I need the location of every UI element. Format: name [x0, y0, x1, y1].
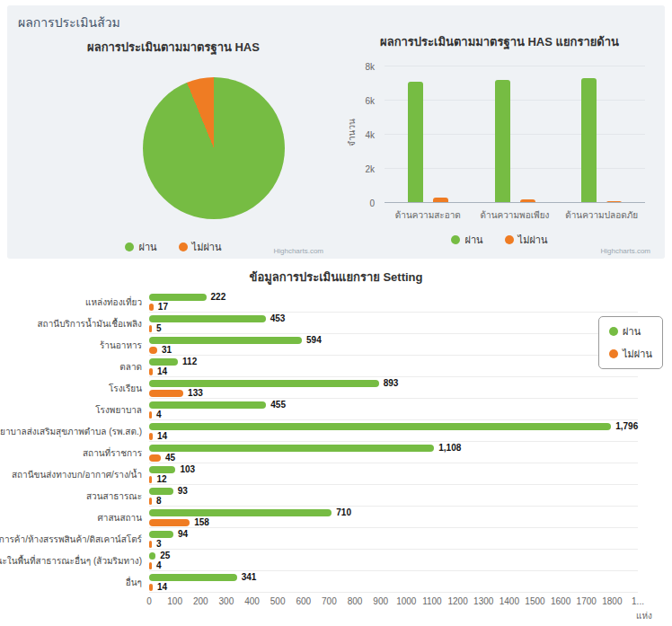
- bar-fail[interactable]: [149, 476, 152, 483]
- bar-fail[interactable]: [149, 411, 152, 419]
- column-group: [488, 66, 542, 203]
- bar-pass[interactable]: [149, 294, 207, 301]
- legend-item-pass[interactable]: ผ่าน: [125, 239, 156, 255]
- category-bars: 254: [149, 550, 638, 571]
- category-bars: 1,10845: [149, 442, 638, 463]
- bar-value-label: 455: [270, 401, 286, 410]
- bar-value-label: 8: [156, 497, 162, 506]
- category-bars: 4535: [149, 313, 638, 334]
- settings-chart: ข้อมูลการประเมินแยกราย Setting ผ่าน ไม่ผ…: [7, 268, 665, 623]
- column-group: [401, 66, 455, 203]
- bar-value-label: 14: [157, 432, 167, 441]
- y-axis-tick-label: 6k: [365, 96, 375, 106]
- legend-item-fail[interactable]: ไม่ผ่าน: [609, 346, 652, 362]
- bar-fail[interactable]: [149, 562, 152, 569]
- pass-bar-line: 1,108: [149, 443, 638, 453]
- category-row: แหล่งท่องเที่ยว22217: [7, 291, 665, 313]
- x-axis-tick-label: 1600: [551, 596, 570, 606]
- highcharts-credit-link[interactable]: Highcharts.com: [273, 247, 323, 255]
- bar-pass[interactable]: [149, 315, 266, 322]
- bar-pass[interactable]: [149, 574, 237, 581]
- column-bar-pass[interactable]: [495, 80, 510, 203]
- bar-value-label: 341: [242, 573, 257, 582]
- x-axis-tick-label: 1300: [473, 596, 493, 606]
- pie-chart-card: ผลการประเมินตามมาตรฐาน HAS ผ่าน ไม่ผ่าน …: [16, 31, 331, 257]
- bar-pass[interactable]: [149, 337, 302, 344]
- bar-fail[interactable]: [149, 519, 190, 526]
- bar-fail[interactable]: [149, 368, 153, 375]
- fail-bar-line: 17: [149, 302, 638, 312]
- bar-value-label: 45: [165, 454, 175, 463]
- bar-value-label: 4: [156, 410, 162, 419]
- pass-bar-line: 710: [149, 507, 638, 517]
- x-axis-tick-label: 1400: [500, 596, 519, 606]
- bar-value-label: 112: [182, 357, 197, 366]
- pie-chart-title: ผลการประเมินตามมาตรฐาน HAS: [16, 38, 331, 57]
- bar-pass[interactable]: [149, 423, 611, 430]
- bar-fail[interactable]: [149, 498, 152, 505]
- category-label: สถานีขนส่งทางบก/อากาศ/ราง/น้ำ: [7, 463, 149, 485]
- category-label: โรงเรียน: [7, 377, 149, 399]
- pass-bar-line: 222: [149, 292, 638, 302]
- bar-pass[interactable]: [149, 509, 332, 516]
- category-bars: 34114: [149, 571, 638, 593]
- bar-value-label: 103: [180, 465, 195, 474]
- x-axis-tick-label: 600: [296, 596, 311, 606]
- bar-fail[interactable]: [149, 541, 152, 548]
- pass-bar-line: 25: [149, 551, 638, 560]
- category-label: แหล่งท่องเที่ยว: [7, 291, 149, 313]
- x-axis-category-label: ด้านความปลอดภัย: [539, 208, 665, 222]
- column-bar-pass[interactable]: [408, 82, 423, 203]
- bar-pass[interactable]: [149, 445, 434, 452]
- x-axis-tick-label: 700: [322, 596, 337, 606]
- bar-pass[interactable]: [149, 552, 155, 560]
- bar-fail[interactable]: [149, 584, 153, 591]
- bar-pass[interactable]: [149, 380, 379, 387]
- fail-bar-line: 4: [149, 560, 638, 570]
- column-bar-pass[interactable]: [581, 78, 597, 203]
- bar-pass[interactable]: [149, 488, 173, 495]
- legend-item-fail[interactable]: ไม่ผ่าน: [505, 232, 548, 248]
- category-label: ส้วมสาธารณะในพื้นที่สาธารณะอื่นๆ (ส้วมริ…: [7, 550, 149, 571]
- bar-fail[interactable]: [149, 347, 157, 354]
- x-axis-tick-label: 0: [146, 596, 152, 606]
- bar-pass[interactable]: [149, 401, 266, 409]
- category-row: โรงเรียน893133: [7, 377, 665, 399]
- category-bars: 893133: [149, 377, 638, 399]
- x-axis-tick-label: 300: [219, 596, 234, 606]
- bar-value-label: 594: [306, 336, 322, 345]
- category-bars: 10312: [149, 463, 638, 485]
- y-axis-tick-label: 0: [369, 198, 375, 208]
- category-row: สถานีขนส่งทางบก/อากาศ/ราง/น้ำ10312: [7, 463, 665, 485]
- x-axis-tick-label: 1100: [422, 596, 442, 606]
- column-chart-title: ผลการประเมินตามมาตรฐาน HAS แยกรายด้าน: [341, 32, 658, 51]
- highcharts-credit-link[interactable]: Highcharts.com: [600, 247, 650, 255]
- y-axis-tick-label: 2k: [365, 164, 375, 174]
- bar-fail[interactable]: [149, 454, 161, 462]
- legend-pass-label: ผ่าน: [623, 323, 641, 339]
- fail-bar-line: 8: [149, 496, 638, 506]
- x-axis-tick-label: 1800: [602, 596, 622, 606]
- y-axis-tick-label: 8k: [365, 62, 375, 72]
- category-bars: 938: [149, 485, 638, 507]
- bar-pass[interactable]: [149, 531, 173, 538]
- bar-pass[interactable]: [149, 358, 178, 366]
- legend-item-fail[interactable]: ไม่ผ่าน: [179, 239, 222, 255]
- bar-fail[interactable]: [149, 304, 154, 311]
- legend-item-pass[interactable]: ผ่าน: [609, 323, 652, 339]
- bar-pass[interactable]: [149, 466, 175, 473]
- category-label: สถานที่ราชการ: [7, 442, 149, 463]
- category-row: สถานีบริการน้ำมันเชื้อเพลิง4535: [7, 313, 665, 334]
- bar-fail[interactable]: [149, 325, 152, 332]
- pass-bar-line: 594: [149, 335, 638, 345]
- bar-value-label: 4: [156, 561, 162, 570]
- fail-legend-dot-icon: [609, 349, 618, 358]
- pie-chart[interactable]: [143, 77, 285, 219]
- bar-fail[interactable]: [149, 390, 183, 397]
- category-bars: 22217: [149, 291, 638, 313]
- pass-bar-line: 341: [149, 572, 638, 582]
- pass-legend-dot-icon: [609, 327, 618, 336]
- legend-item-pass[interactable]: ผ่าน: [451, 232, 482, 248]
- bar-fail[interactable]: [149, 433, 153, 440]
- bar-value-label: 12: [156, 475, 166, 484]
